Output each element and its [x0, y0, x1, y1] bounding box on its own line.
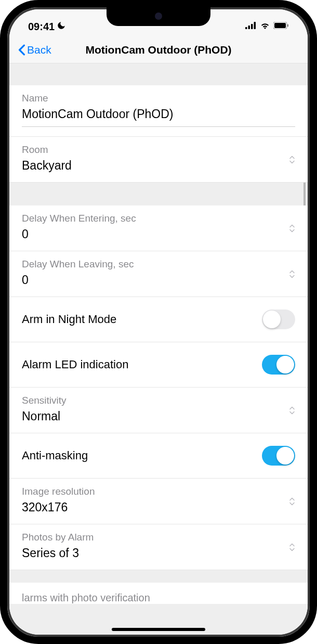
wifi-icon: [260, 22, 270, 31]
svg-rect-3: [254, 22, 256, 29]
svg-rect-5: [274, 23, 286, 28]
image-resolution-stepper-icon[interactable]: [289, 497, 295, 506]
name-row[interactable]: Name MotionCam Outdoor (PhOD): [9, 85, 308, 137]
delay-entering-stepper-icon[interactable]: [289, 224, 295, 233]
photos-by-alarm-label: Photos by Alarm: [22, 532, 295, 543]
sensitivity-label: Sensitivity: [22, 395, 295, 406]
alarms-photo-verification-row[interactable]: larms with photo verification: [9, 583, 308, 604]
status-time: 09:41: [28, 21, 55, 33]
delay-leaving-row[interactable]: Delay When Leaving, sec 0: [9, 251, 308, 297]
battery-icon: [273, 22, 289, 31]
room-stepper-icon[interactable]: [289, 155, 295, 164]
image-resolution-label: Image resolution: [22, 486, 295, 497]
svg-rect-6: [287, 24, 288, 27]
delay-leaving-stepper-icon[interactable]: [289, 269, 295, 278]
arm-night-mode-toggle[interactable]: [262, 310, 295, 329]
arm-night-mode-label: Arm in Night Mode: [22, 313, 116, 326]
anti-masking-toggle[interactable]: [262, 446, 295, 466]
delay-leaving-value: 0: [22, 273, 295, 287]
image-resolution-row[interactable]: Image resolution 320x176: [9, 479, 308, 524]
alarm-led-toggle[interactable]: [262, 355, 295, 375]
delay-entering-row[interactable]: Delay When Entering, sec 0: [9, 205, 308, 251]
sensitivity-row[interactable]: Sensitivity Normal: [9, 388, 308, 433]
svg-rect-2: [251, 24, 253, 29]
room-label: Room: [22, 144, 295, 156]
home-indicator[interactable]: [112, 628, 205, 631]
delay-entering-label: Delay When Entering, sec: [22, 213, 295, 224]
photos-by-alarm-stepper-icon[interactable]: [289, 543, 295, 551]
arm-night-mode-row[interactable]: Arm in Night Mode: [9, 297, 308, 342]
name-value[interactable]: MotionCam Outdoor (PhOD): [22, 107, 295, 127]
chevron-left-icon: [18, 44, 26, 56]
settings-content[interactable]: Name MotionCam Outdoor (PhOD) Room Backy…: [9, 63, 308, 635]
nav-bar: Back MotionCam Outdoor (PhOD): [9, 36, 308, 63]
photos-by-alarm-row[interactable]: Photos by Alarm Series of 3: [9, 524, 308, 570]
alarm-led-label: Alarm LED indication: [22, 358, 128, 371]
back-label: Back: [27, 44, 51, 56]
dnd-moon-icon: [57, 21, 66, 33]
image-resolution-value: 320x176: [22, 500, 295, 514]
alarms-photo-verification-label: larms with photo verification: [22, 592, 150, 603]
name-label: Name: [22, 93, 295, 104]
alarm-led-row[interactable]: Alarm LED indication: [9, 342, 308, 388]
sensitivity-value: Normal: [22, 409, 295, 423]
cellular-signal-icon: [245, 22, 257, 31]
page-title: MotionCam Outdoor (PhOD): [9, 44, 308, 56]
back-button[interactable]: Back: [9, 44, 51, 56]
delay-entering-value: 0: [22, 227, 295, 241]
room-row[interactable]: Room Backyard: [9, 137, 308, 183]
room-value: Backyard: [22, 159, 295, 173]
photos-by-alarm-value: Series of 3: [22, 546, 295, 560]
anti-masking-label: Anti-masking: [22, 449, 88, 462]
sensitivity-stepper-icon[interactable]: [289, 406, 295, 415]
delay-leaving-label: Delay When Leaving, sec: [22, 259, 295, 270]
anti-masking-row[interactable]: Anti-masking: [9, 433, 308, 479]
svg-rect-1: [248, 25, 250, 29]
svg-rect-0: [245, 27, 247, 29]
